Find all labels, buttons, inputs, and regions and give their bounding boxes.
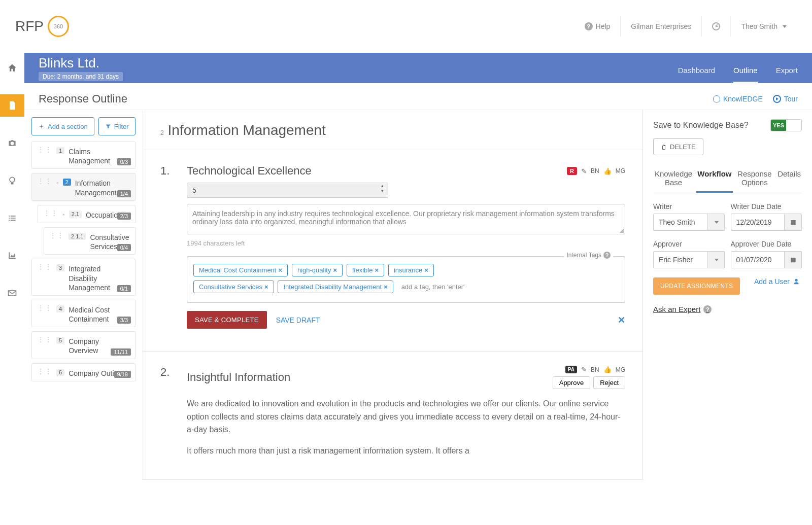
nav-dashboard[interactable]: Dashboard [678, 66, 715, 83]
drag-icon[interactable]: ⋮⋮ [37, 337, 52, 342]
tag-remove-icon[interactable]: × [333, 266, 337, 274]
outline-item[interactable]: ⋮⋮ 5 Company Overview 11/11 [31, 331, 136, 359]
plus-icon: ＋ [38, 122, 45, 131]
question-title: Technological Excellence [187, 164, 312, 178]
tag-input-hint[interactable]: add a tag, then 'enter' [401, 283, 465, 291]
tag-remove-icon[interactable]: × [264, 283, 268, 291]
rail-chart[interactable] [0, 244, 24, 267]
outline-num: 6 [56, 369, 64, 376]
tour-link[interactable]: Tour [773, 95, 798, 103]
tag-remove-icon[interactable]: × [375, 266, 379, 274]
page-title: Response Outline [39, 92, 127, 106]
status-badge: R [567, 167, 577, 175]
svg-point-2 [795, 279, 797, 282]
outline-count: 1/4 [117, 190, 131, 197]
reject-button[interactable]: Reject [593, 376, 625, 389]
save-kb-label: Save to Knowledge Base? [653, 121, 749, 130]
play-icon [773, 95, 781, 103]
tour-label: Tour [784, 95, 798, 103]
rating-value: 5 [192, 186, 196, 194]
logo[interactable]: RFP 360 [15, 16, 69, 37]
writer-dropdown-button[interactable] [707, 214, 725, 231]
approver-due-label: Approver Due Date [731, 240, 802, 248]
help-icon[interactable]: ? [603, 252, 611, 259]
save-kb-toggle[interactable]: YES [770, 119, 802, 131]
help-link[interactable]: ? Help [574, 16, 621, 37]
logo-circle-icon: 360 [48, 16, 69, 37]
outline-item[interactable]: ⋮⋮ 4 Medical Cost Containment 3/3 [31, 300, 136, 327]
drag-icon[interactable]: ⋮⋮ [49, 233, 64, 238]
knowledge-link[interactable]: KnowlEDGE [713, 95, 763, 103]
tag[interactable]: Medical Cost Containment× [193, 264, 288, 276]
filter-button[interactable]: Filter [98, 117, 136, 135]
outline-item[interactable]: ⋮⋮ - 2 Information Management 1/4 [31, 173, 136, 200]
approve-button[interactable]: Approve [553, 376, 590, 389]
toggle-yes: YES [771, 120, 786, 131]
tab-response-options[interactable]: Response Options [735, 166, 774, 193]
org-label: Gilman Enterprises [631, 22, 691, 30]
response-textarea[interactable]: Attaining leadership in any industry req… [187, 204, 625, 234]
outline-count: 9/19 [114, 371, 131, 378]
writer-select[interactable]: Theo Smith [653, 214, 707, 231]
approver-due-calendar-button[interactable] [785, 251, 802, 268]
writer-due-label: Writer Due Date [731, 202, 802, 211]
rail-camera[interactable] [0, 132, 24, 154]
delete-button[interactable]: DELETE [653, 138, 703, 155]
add-user-link[interactable]: Add a User [754, 277, 802, 286]
sidebar-rail [0, 53, 24, 480]
add-section-button[interactable]: ＋ Add a section [31, 117, 94, 135]
drag-icon[interactable]: ⋮⋮ [37, 305, 52, 310]
rating-select[interactable]: 5 [187, 183, 388, 198]
tag[interactable]: Integrated Disability Management× [278, 281, 393, 293]
tag-remove-icon[interactable]: × [424, 266, 428, 274]
tab-workflow[interactable]: Workflow [696, 166, 732, 193]
user-menu[interactable]: Theo Smith [730, 16, 797, 37]
save-complete-button[interactable]: SAVE & COMPLETE [187, 311, 267, 329]
rail-home[interactable] [0, 57, 24, 79]
writer-label: Writer [653, 202, 725, 211]
close-icon[interactable]: ✕ [618, 314, 625, 326]
outline-num: 5 [56, 337, 64, 344]
outline-panel: ＋ Add a section Filter ⋮⋮ 1 Claims Manag… [24, 110, 143, 480]
drag-icon[interactable]: ⋮⋮ [37, 369, 52, 374]
editor-initials: BN [591, 167, 599, 174]
approver-select[interactable]: Eric Fisher [653, 251, 707, 268]
nav-export[interactable]: Export [776, 66, 798, 83]
outline-item[interactable]: ⋮⋮ 2.1.1 Consultative Services 0/4 [44, 227, 136, 255]
outline-num: 3 [56, 264, 64, 271]
org-link[interactable]: Gilman Enterprises [620, 16, 701, 37]
help-label: Help [596, 22, 611, 30]
rail-mail[interactable] [0, 282, 24, 304]
rail-idea[interactable] [0, 169, 24, 192]
outline-item[interactable]: ⋮⋮ 1 Claims Management 0/3 [31, 142, 136, 169]
writer-due-input[interactable]: 12/20/2019 [731, 214, 785, 231]
approver-initials: MG [616, 366, 625, 373]
update-assignments-button[interactable]: UPDATE ASSIGNMENTS [653, 277, 740, 295]
tags-box: Internal Tags ? Medical Cost Containment… [187, 256, 625, 303]
approver-dropdown-button[interactable] [707, 251, 725, 268]
outline-item[interactable]: ⋮⋮ - 2.1 Occupation 2/3 [38, 205, 136, 223]
drag-icon[interactable]: ⋮⋮ [43, 211, 58, 216]
tag[interactable]: flexible× [347, 264, 384, 276]
tag[interactable]: insurance× [388, 264, 434, 276]
rail-list[interactable] [0, 207, 24, 229]
rail-document[interactable] [0, 94, 24, 117]
drag-icon[interactable]: ⋮⋮ [37, 179, 52, 184]
writer-due-calendar-button[interactable] [785, 214, 802, 231]
tag-remove-icon[interactable]: × [384, 283, 388, 291]
tab-details[interactable]: Details [776, 166, 802, 193]
approver-due-input[interactable]: 01/07/2020 [731, 251, 785, 268]
drag-icon[interactable]: ⋮⋮ [37, 264, 52, 269]
nav-outline[interactable]: Outline [733, 66, 758, 83]
save-draft-button[interactable]: SAVE DRAFT [276, 316, 320, 324]
tag[interactable]: high-quality× [292, 264, 343, 276]
outline-item[interactable]: ⋮⋮ 6 Company Outing 9/19 [31, 363, 136, 381]
tag-remove-icon[interactable]: × [278, 266, 282, 274]
drag-icon[interactable]: ⋮⋮ [37, 147, 52, 152]
tab-knowledge-base[interactable]: Knowledge Base [653, 166, 694, 193]
outline-item[interactable]: ⋮⋮ 3 Integrated Disability Management 0/… [31, 259, 136, 296]
ask-expert-link[interactable]: Ask an Expert ? [653, 305, 712, 313]
company-name: Blinks Ltd. [39, 55, 123, 71]
tag[interactable]: Consultative Services× [193, 281, 274, 293]
history-link[interactable] [701, 16, 730, 37]
